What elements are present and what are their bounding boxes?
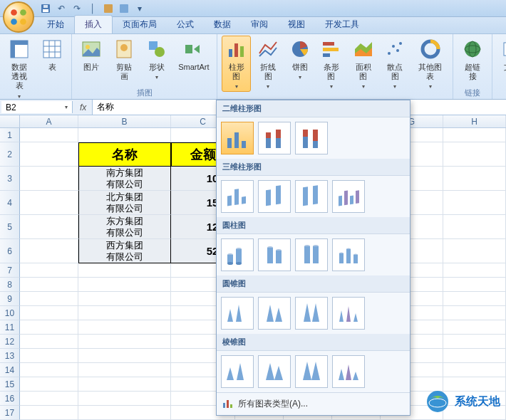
cell[interactable] (443, 349, 506, 363)
chart-stacked-column-3d[interactable] (258, 180, 291, 213)
cell[interactable] (78, 349, 171, 363)
row-header-14[interactable]: 14 (0, 363, 20, 377)
cell[interactable] (78, 377, 171, 392)
qat-extra1-icon[interactable] (103, 3, 114, 14)
row-header-15[interactable]: 15 (0, 377, 20, 392)
row-header-13[interactable]: 13 (0, 349, 20, 363)
tab-review[interactable]: 审阅 (241, 16, 278, 33)
chart-stacked-cylinder[interactable] (258, 238, 291, 271)
row-header-10[interactable]: 10 (0, 306, 20, 320)
cell[interactable] (78, 406, 171, 420)
cell[interactable] (443, 239, 506, 263)
table-header-name[interactable]: 名称 (78, 142, 171, 167)
chart-3d-cone[interactable] (332, 297, 365, 330)
namebox-dropdown-icon[interactable]: ▾ (65, 104, 68, 110)
chart-stacked-pyramid[interactable] (258, 355, 291, 388)
cell[interactable] (78, 292, 171, 306)
row-header-6[interactable]: 6 (0, 239, 20, 263)
redo-icon[interactable]: ↷ (71, 3, 83, 14)
chart-clustered-cone[interactable] (221, 297, 254, 330)
other-chart-button[interactable]: 其他图表▾ (413, 36, 449, 92)
tab-page-layout[interactable]: 页面布局 (113, 16, 167, 33)
tab-view[interactable]: 视图 (278, 16, 315, 33)
cell[interactable] (20, 306, 78, 320)
textbox-button[interactable]: A文本框 (497, 36, 506, 83)
tab-formulas[interactable]: 公式 (167, 16, 204, 33)
row-header-2[interactable]: 2 (0, 142, 20, 167)
line-chart-button[interactable]: 折线图▾ (254, 36, 283, 92)
tab-insert[interactable]: 插入 (74, 15, 113, 33)
cell[interactable] (443, 167, 506, 191)
cell[interactable] (20, 191, 78, 215)
cell[interactable] (443, 215, 506, 239)
tab-developer[interactable]: 开发工具 (315, 16, 369, 33)
table-cell-name[interactable]: 西方集团有限公司 (78, 239, 171, 263)
row-header-11[interactable]: 11 (0, 320, 20, 335)
cell[interactable] (78, 278, 171, 292)
table-cell-name[interactable]: 南方集团有限公司 (78, 167, 171, 191)
cell[interactable] (78, 263, 171, 278)
cell[interactable] (20, 363, 78, 377)
tab-data[interactable]: 数据 (204, 16, 241, 33)
qat-extra2-icon[interactable] (118, 3, 130, 14)
chart-100-stacked-column-2d[interactable] (295, 122, 328, 154)
cell[interactable] (20, 377, 78, 392)
chart-100-stacked-pyramid[interactable] (295, 355, 328, 388)
cell[interactable] (443, 263, 506, 278)
column-chart-button[interactable]: 柱形图▾ (222, 36, 251, 92)
row-header-12[interactable]: 12 (0, 335, 20, 349)
row-header-17[interactable]: 17 (0, 406, 20, 420)
save-icon[interactable] (40, 3, 51, 14)
clipart-button[interactable]: 剪贴画 (109, 36, 140, 83)
row-header-3[interactable]: 3 (0, 167, 20, 191)
area-chart-button[interactable]: 面积图▾ (348, 36, 378, 92)
cell[interactable] (443, 278, 506, 292)
cell[interactable] (78, 392, 171, 406)
fx-icon[interactable]: fx (80, 103, 86, 112)
cell[interactable] (443, 191, 506, 215)
chart-100-stacked-cone[interactable] (295, 297, 328, 330)
cell[interactable] (443, 335, 506, 349)
table-cell-name[interactable]: 北方集团有限公司 (78, 191, 171, 215)
cell[interactable] (20, 406, 78, 420)
cell[interactable] (20, 142, 78, 167)
scatter-chart-button[interactable]: 散点图▾ (381, 36, 410, 92)
chart-clustered-column-3d[interactable] (221, 180, 254, 213)
cell[interactable] (443, 363, 506, 377)
cell[interactable] (20, 239, 78, 263)
chart-clustered-cylinder[interactable] (221, 238, 254, 271)
chart-3d-pyramid[interactable] (332, 355, 365, 388)
row-header-16[interactable]: 16 (0, 392, 20, 406)
cell[interactable] (78, 128, 171, 142)
cell[interactable] (443, 292, 506, 306)
table-button[interactable]: 表 (38, 36, 68, 74)
cell[interactable] (20, 320, 78, 335)
cell[interactable] (78, 306, 171, 320)
col-A[interactable]: A (20, 115, 78, 127)
row-header-8[interactable]: 8 (0, 278, 20, 292)
select-all-button[interactable] (0, 115, 20, 127)
shapes-button[interactable]: 形状▾ (143, 36, 172, 83)
cell[interactable] (443, 306, 506, 320)
office-button[interactable] (3, 1, 34, 33)
chart-3d-column[interactable] (332, 180, 365, 213)
cell[interactable] (443, 142, 506, 167)
undo-icon[interactable]: ↶ (56, 3, 67, 14)
all-chart-types-button[interactable]: 所有图表类型(A)... (217, 392, 410, 415)
chart-stacked-cone[interactable] (258, 297, 291, 330)
chart-100-stacked-column-3d[interactable] (295, 180, 328, 213)
picture-button[interactable]: 图片 (76, 36, 106, 74)
pivot-table-button[interactable]: 数据 透视表▾ (4, 36, 35, 102)
cell[interactable] (443, 128, 506, 142)
hyperlink-button[interactable]: 超链接 (458, 36, 487, 83)
row-header-5[interactable]: 5 (0, 215, 20, 239)
cell[interactable] (20, 349, 78, 363)
row-header-7[interactable]: 7 (0, 263, 20, 278)
table-cell-name[interactable]: 东方集团有限公司 (78, 215, 171, 239)
chart-3d-cylinder[interactable] (332, 238, 365, 271)
row-header-9[interactable]: 9 (0, 292, 20, 306)
cell[interactable] (20, 292, 78, 306)
cell[interactable] (20, 278, 78, 292)
cell[interactable] (20, 392, 78, 406)
cell[interactable] (78, 335, 171, 349)
